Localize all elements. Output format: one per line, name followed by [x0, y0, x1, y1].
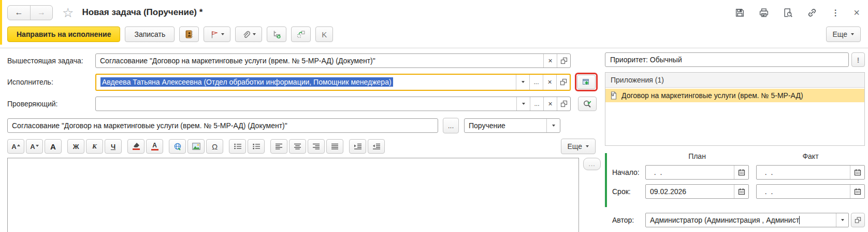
author-row: Автор: Администратор (Администрация , Ад… [605, 213, 865, 227]
marker-icon [133, 143, 140, 148]
header-actions: ⋮ × [735, 7, 860, 19]
executor-clear-icon[interactable]: × [543, 75, 556, 90]
reviewer-choose-icon[interactable]: ... [530, 97, 543, 111]
insert-group: Ω [169, 139, 223, 154]
indent-increase-button[interactable] [349, 139, 366, 154]
align-right-button[interactable] [308, 139, 325, 154]
address-book-button[interactable] [179, 26, 199, 42]
highlight-color-button[interactable] [127, 139, 144, 154]
author-dropdown-icon[interactable] [836, 213, 848, 227]
color-bar [133, 148, 140, 150]
italic-button[interactable]: К [86, 139, 103, 154]
executor-input[interactable]: Авдеева Татьяна Алексеевна (Отдел обрабо… [96, 75, 516, 90]
calendar-icon[interactable] [850, 185, 864, 198]
align-left-button[interactable] [270, 139, 287, 154]
start-fact-input[interactable]: . . [757, 166, 850, 179]
underline-button[interactable]: Ч [105, 139, 122, 154]
add-executor-button[interactable] [577, 75, 596, 89]
text-color-button[interactable]: А [146, 139, 163, 154]
calendar-icon[interactable] [734, 166, 748, 179]
bullet-list-button[interactable] [229, 139, 246, 154]
author-label: Автор: [612, 216, 645, 224]
redirect-button[interactable] [291, 26, 311, 42]
executor-open-icon[interactable] [556, 75, 570, 90]
search-check-icon [583, 99, 592, 108]
pick-check-button[interactable] [578, 97, 597, 111]
align-group [270, 139, 343, 154]
indent-decrease-icon [372, 143, 381, 150]
print-icon[interactable] [759, 8, 769, 18]
color-bar [151, 149, 158, 151]
insert-link-button[interactable] [169, 139, 186, 154]
link-icon[interactable] [807, 8, 817, 18]
expand-description-button[interactable]: ... [583, 158, 601, 170]
priority-field[interactable]: Приоритет: Обычный [605, 52, 849, 67]
attachment-row[interactable]: Договор на маркетинговые услуги (врем. №… [605, 89, 864, 102]
forward-button[interactable]: → [30, 6, 52, 20]
executor-label: Исполнитель: [7, 78, 95, 86]
start-fact-field: . . [756, 165, 865, 180]
preview-icon[interactable] [783, 8, 793, 18]
font-button[interactable]: А [45, 139, 62, 154]
author-input[interactable]: Администратор (Администрация , Админист [646, 213, 836, 227]
executor-dropdown-icon[interactable] [516, 75, 529, 90]
align-justify-icon [331, 143, 339, 150]
parent-task-clear-icon[interactable]: × [543, 54, 557, 67]
executor-field: Авдеева Татьяна Алексеевна (Отдел обрабо… [95, 74, 571, 91]
subject-choose-button[interactable]: ... [443, 118, 459, 133]
font-size-down-button[interactable]: А [26, 139, 43, 154]
k-button[interactable]: K [315, 26, 333, 42]
reviewer-open-icon[interactable] [557, 97, 570, 111]
calendar-icon[interactable] [734, 185, 748, 198]
executor-choose-icon[interactable]: ... [529, 75, 543, 90]
align-center-button[interactable] [289, 139, 306, 154]
due-fact-input[interactable]: . . [757, 185, 850, 198]
close-icon[interactable]: × [853, 7, 860, 19]
task-type-dropdown-icon[interactable] [546, 119, 560, 132]
subtask-tree-icon [272, 30, 281, 39]
reviewer-dropdown-icon[interactable] [516, 97, 530, 111]
author-open-button[interactable] [851, 213, 865, 227]
save-icon[interactable] [735, 8, 745, 18]
commandbar-more-button[interactable]: Еще [826, 26, 861, 42]
editor-more-button[interactable]: Еще [561, 139, 596, 154]
reviewer-field: ... × [95, 97, 571, 111]
executor-row: Исполнитель: Авдеева Татьяна Алексеевна … [7, 73, 601, 91]
align-justify-button[interactable] [326, 139, 343, 154]
priority-warning-button[interactable]: ! [851, 52, 865, 67]
font-size-up-button[interactable]: А [7, 139, 24, 154]
highlight-frame [575, 73, 598, 91]
special-char-button[interactable]: Ω [206, 139, 223, 154]
more-menu-icon[interactable]: ⋮ [831, 8, 840, 18]
favorite-star-icon[interactable]: ☆ [62, 6, 74, 19]
subject-row: Согласование "Договор на маркетинговые у… [7, 118, 601, 133]
calendar-icon[interactable] [850, 166, 864, 179]
task-type-value[interactable]: Поручение [465, 119, 546, 132]
right-column: Приоритет: Обычный ! Приложения (1) Дого… [605, 50, 865, 232]
redirect-icon [296, 30, 306, 39]
subject-input[interactable]: Согласование "Договор на маркетинговые у… [8, 119, 438, 132]
due-plan-field: 09.02.2026 [645, 184, 749, 199]
write-button[interactable]: Записать [125, 26, 175, 42]
description-textarea[interactable] [7, 158, 579, 232]
flag-icon [210, 30, 219, 39]
submit-button[interactable]: Направить на исполнение [7, 26, 120, 42]
parent-task-input[interactable]: Согласование "Договор на маркетинговые у… [96, 54, 543, 67]
parent-task-label: Вышестоящая задача: [7, 57, 95, 65]
bold-button[interactable]: Ж [67, 139, 84, 154]
indent-decrease-button[interactable] [368, 139, 385, 154]
header: ← → ☆ Новая задача (Поручение) * [0, 0, 868, 24]
flag-menu-button[interactable] [204, 26, 230, 42]
reviewer-clear-icon[interactable]: × [543, 97, 557, 111]
attach-menu-button[interactable] [235, 26, 262, 42]
create-subtask-button[interactable] [267, 26, 286, 42]
numbered-list-button[interactable] [248, 139, 265, 154]
insert-picture-button[interactable] [187, 139, 205, 154]
more-label: Еще [833, 30, 848, 38]
more-label: Еще [568, 142, 583, 151]
due-plan-input[interactable]: 09.02.2026 [646, 185, 734, 198]
reviewer-input[interactable] [96, 97, 516, 111]
back-button[interactable]: ← [8, 6, 30, 20]
parent-task-open-icon[interactable] [557, 54, 570, 67]
start-plan-input[interactable]: . . [646, 166, 734, 179]
